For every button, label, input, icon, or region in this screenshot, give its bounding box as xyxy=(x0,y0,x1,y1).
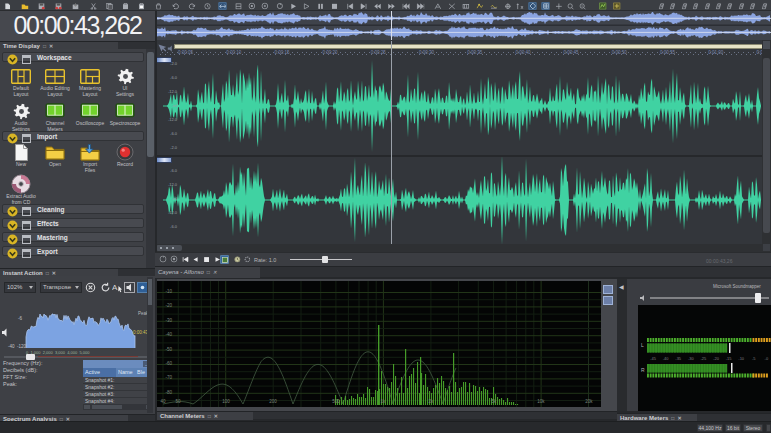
svg-text:A: A xyxy=(112,283,118,292)
